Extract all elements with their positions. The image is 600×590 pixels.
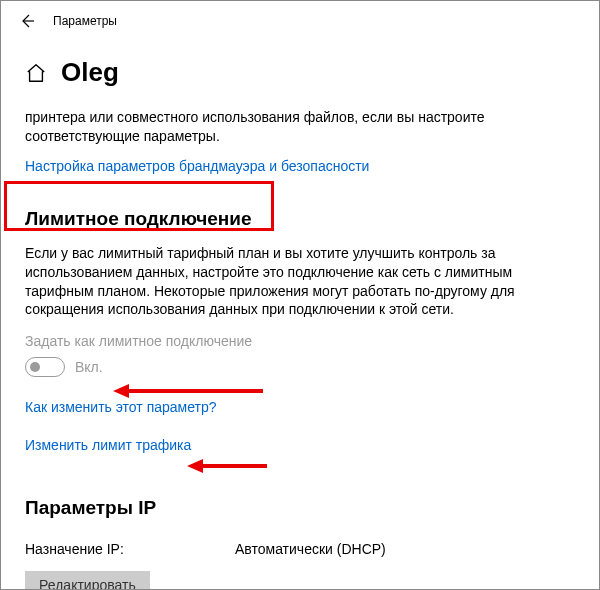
page-title: Oleg [61,57,119,88]
toggle-knob [30,362,40,372]
back-button[interactable] [9,3,45,39]
metered-toggle-label: Задать как лимитное подключение [25,333,575,349]
home-icon [25,62,47,84]
metered-connection-description: Если у вас лимитный тарифный план и вы х… [25,244,575,320]
data-limit-link[interactable]: Изменить лимит трафика [25,437,191,453]
firewall-settings-link[interactable]: Настройка параметров брандмауэра и безоп… [25,158,369,174]
ip-assignment-label: Назначение IP: [25,541,235,557]
page-header: Oleg [25,57,575,88]
ip-edit-button[interactable]: Редактировать [25,571,150,590]
arrow-left-icon [19,13,35,29]
titlebar: Параметры [1,1,599,41]
ip-settings-heading: Параметры IP [25,497,156,519]
titlebar-title: Параметры [53,14,117,28]
metered-connection-heading: Лимитное подключение [25,208,252,230]
ip-assignment-value: Автоматически (DHCP) [235,541,386,557]
metered-help-link[interactable]: Как изменить этот параметр? [25,399,217,415]
metered-toggle[interactable] [25,357,65,377]
ip-assignment-row: Назначение IP: Автоматически (DHCP) [25,541,575,557]
metered-toggle-state: Вкл. [75,359,103,375]
network-profile-description-tail: принтера или совместного использования ф… [25,108,575,146]
